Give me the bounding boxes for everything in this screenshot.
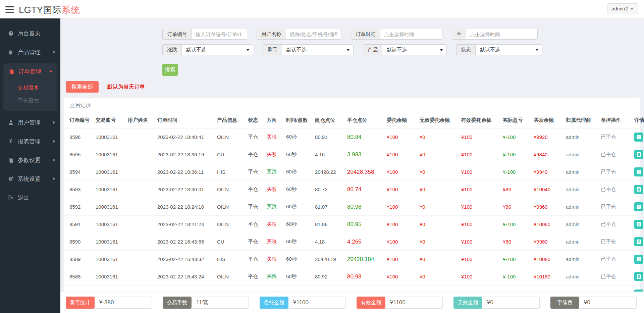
sidebar-item-logout[interactable]: 退出 <box>0 190 60 205</box>
search-all-button[interactable]: 搜索全部 <box>66 81 99 93</box>
hamburger-menu-icon[interactable] <box>5 6 14 13</box>
table-row: 8589100031612023-02-22 16:43:32HIS平仓买涨60… <box>64 251 644 268</box>
cell-order-no: 8590 <box>64 233 94 251</box>
cell-product: CU <box>215 146 246 163</box>
sidebar-item-reports[interactable]: ¥报表管理 <box>0 134 60 149</box>
profit-select[interactable]: 默认不选 <box>282 44 354 55</box>
cell-after-balance: ¥10080 <box>532 251 564 268</box>
status-select[interactable]: 默认不选 <box>475 44 542 55</box>
cell-control-status: 已平仓 <box>599 216 632 233</box>
cell-detail <box>632 216 644 233</box>
cell-close-point: 4.265 <box>345 233 385 251</box>
cell-order-time: 2023-02-22 16:43:32 <box>155 251 215 268</box>
trade-records-table: 订单编号交易账号用户姓名订单时间产品信息状态方向时间/点数建仓点位平仓点位委托余… <box>64 112 644 313</box>
detail-button[interactable] <box>634 185 643 194</box>
cell-user-name <box>126 181 155 198</box>
cell-direction: 买涨 <box>265 128 284 146</box>
user-name-input[interactable] <box>286 29 341 40</box>
filter-rise-fall: 涨跌 默认不选 <box>162 44 253 55</box>
cell-actual-pnl: ¥80 <box>501 233 532 251</box>
detail-button[interactable] <box>634 237 643 246</box>
cell-product: OILN <box>215 128 246 146</box>
stat-value: ¥1100 <box>385 297 443 309</box>
list-icon <box>636 239 641 244</box>
time-from-input[interactable] <box>380 29 442 40</box>
stat-value: ¥0 <box>579 297 637 309</box>
column-header: 交易账号 <box>94 112 126 128</box>
table-row: 8594100031612023-02-22 18:36:11HIS平仓买跌60… <box>64 163 644 181</box>
chevron-down-icon <box>346 49 350 51</box>
sidebar-item-params[interactable]: 参数设置 <box>0 153 60 167</box>
detail-button[interactable] <box>634 272 643 281</box>
product-select[interactable]: 默认不选 <box>382 44 447 55</box>
cell-detail <box>632 268 644 285</box>
cell-order-time: 2023-02-22 16:43:24 <box>155 268 215 285</box>
cell-user-name <box>126 198 155 216</box>
cell-close-point: 80.74 <box>345 181 385 198</box>
cell-status: 平仓 <box>246 251 265 268</box>
params-icon <box>7 157 14 163</box>
sidebar-item-label: 退出 <box>18 194 29 202</box>
sidebar-item-dashboard[interactable]: 后台首页 <box>0 26 60 41</box>
user-dropdown-button[interactable]: admin2 <box>607 3 638 14</box>
list-icon <box>636 135 641 140</box>
cell-after-balance: ¥10040 <box>532 181 564 198</box>
cell-order-no: 8588 <box>64 268 94 285</box>
user-name: admin2 <box>611 6 628 11</box>
cell-detail <box>632 181 644 198</box>
cell-detail <box>632 128 644 146</box>
detail-button[interactable] <box>634 202 643 211</box>
time-to-input[interactable] <box>466 29 538 40</box>
cell-invalid-entrust: ¥0 <box>418 233 459 251</box>
filter-product: 产品 默认不选 <box>363 44 447 55</box>
cell-control-status: 已平仓 <box>599 233 632 251</box>
sidebar-item-label: 报表管理 <box>18 138 41 145</box>
cell-valid-entrust: ¥100 <box>459 233 501 251</box>
cell-user-name <box>126 216 155 233</box>
cell-open-point: 4.16 <box>313 146 345 163</box>
trade-records-panel: 交易记录 订单编号交易账号用户姓名订单时间产品信息状态方向时间/点数建仓点位平仓… <box>64 98 640 313</box>
chevron-down-icon <box>630 8 634 10</box>
cell-close-point: 80.95 <box>345 216 385 233</box>
detail-button[interactable] <box>634 150 643 159</box>
chevron-down-icon <box>535 49 539 51</box>
detail-button[interactable] <box>634 133 643 142</box>
cell-close-point: 80.98 <box>345 268 385 285</box>
sidebar-open-group: 订单管理交易流水平仓日志 <box>3 63 57 111</box>
detail-button[interactable] <box>634 255 643 264</box>
sidebar-item-orders[interactable]: 订单管理 <box>3 64 57 79</box>
cell-after-balance: ¥9840 <box>532 146 564 163</box>
search-button[interactable]: 搜索 <box>162 64 178 76</box>
rise-fall-select[interactable]: 默认不选 <box>181 44 253 55</box>
detail-button[interactable] <box>634 220 643 229</box>
sidebar-item-system[interactable]: 系统设置 <box>0 171 60 186</box>
order-no-input[interactable] <box>192 29 247 40</box>
cell-duration: 60秒 <box>284 146 313 163</box>
cell-user-name <box>126 146 155 163</box>
cell-status: 平仓 <box>246 216 265 233</box>
cell-valid-entrust: ¥100 <box>459 251 501 268</box>
sidebar-subitem-trade-flow[interactable]: 交易流水 <box>3 81 57 94</box>
cell-after-balance: ¥9980 <box>532 233 564 251</box>
bitcoin-icon: ฿ <box>7 49 14 55</box>
sidebar-item-products[interactable]: ฿产品管理 <box>0 45 60 59</box>
column-header: 方向 <box>265 112 284 128</box>
cell-control-status: 已平仓 <box>599 128 632 146</box>
detail-button[interactable] <box>634 167 643 176</box>
sidebar-subitem-close-log[interactable]: 平仓日志 <box>3 94 57 108</box>
cell-open-point: 20428.19 <box>313 251 345 268</box>
status-label: 状态 <box>456 44 475 55</box>
column-header: 订单编号 <box>64 112 94 128</box>
cell-close-point: 80.98 <box>345 198 385 216</box>
chevron-right-icon <box>53 140 55 143</box>
sidebar-item-users[interactable]: 用户管理 <box>0 115 60 130</box>
filter-time-from: 订单时间 <box>351 29 442 40</box>
cell-direction: 买涨 <box>265 181 284 198</box>
cell-account: 10003161 <box>94 181 126 198</box>
yen-icon: ¥ <box>7 138 14 144</box>
cell-direction: 买涨 <box>265 233 284 251</box>
cell-user-name <box>126 233 155 251</box>
cell-duration: 60秒 <box>284 163 313 181</box>
table-row: 8591100031612023-02-22 18:21:24OILN平仓买涨6… <box>64 216 644 233</box>
cell-open-point: 4.18 <box>313 233 345 251</box>
